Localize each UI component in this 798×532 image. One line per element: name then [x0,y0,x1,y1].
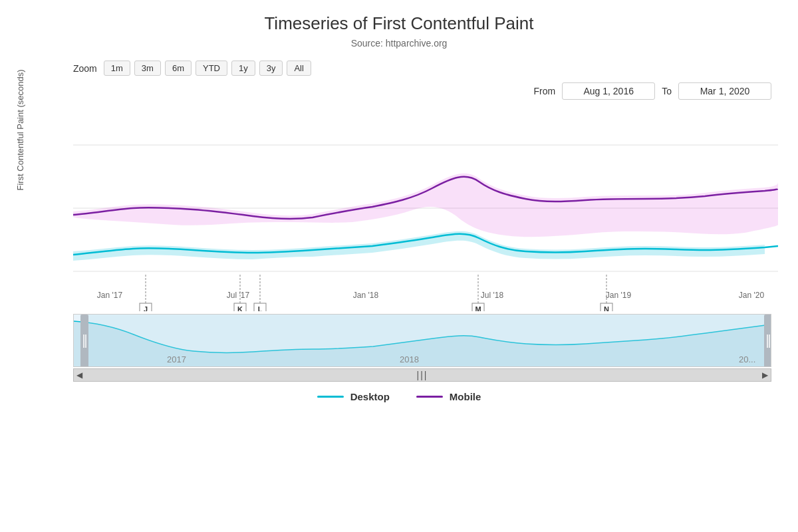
svg-text:J: J [144,305,148,311]
zoom-1y[interactable]: 1y [231,61,255,76]
legend-desktop: Desktop [317,391,390,402]
mobile-legend-line [416,396,443,398]
zoom-label: Zoom [73,63,97,74]
scroll-left-arrow[interactable]: ◀ [76,370,82,380]
date-range-row: From To [7,82,791,100]
svg-text:Jan '19: Jan '19 [606,291,632,300]
svg-text:20...: 20... [739,354,755,364]
mobile-legend-label: Mobile [450,391,481,402]
mobile-fill-area [73,174,778,237]
chart-title: Timeseries of First Contentful Paint [7,13,791,34]
from-date-input[interactable] [562,82,655,100]
svg-text:K: K [237,305,243,311]
svg-text:2018: 2018 [400,354,419,364]
zoom-1m[interactable]: 1m [104,61,130,76]
navigator[interactable]: 2017 2018 20... [73,314,771,367]
svg-text:Jul '17: Jul '17 [227,291,250,300]
svg-rect-28 [80,315,88,367]
desktop-legend-line [317,396,344,398]
svg-text:Jan '20: Jan '20 [739,291,765,300]
scrollbar[interactable]: ◀ ||| ▶ [73,368,771,382]
legend: Desktop Mobile [7,391,791,402]
zoom-3m[interactable]: 3m [134,61,161,76]
scroll-handle[interactable]: ||| [417,370,428,380]
from-label: From [534,86,556,96]
main-chart: 10 5 0 Jan '17 Jul '17 Jan '18 Jul '18 J… [73,105,771,314]
chart-subtitle: Source: httparchive.org [7,38,791,49]
to-date-input[interactable] [678,82,771,100]
svg-text:L: L [258,305,263,311]
zoom-controls: Zoom 1m 3m 6m YTD 1y 3y All [7,61,791,76]
zoom-3y[interactable]: 3y [259,61,283,76]
desktop-legend-label: Desktop [350,391,390,402]
svg-text:Jul '18: Jul '18 [481,291,504,300]
zoom-ytd[interactable]: YTD [196,61,227,76]
to-label: To [662,86,672,96]
chart-container: Timeseries of First Contentful Paint Sou… [0,0,798,532]
svg-text:Jan '17: Jan '17 [97,291,123,300]
svg-text:M: M [475,305,481,311]
zoom-6m[interactable]: 6m [165,61,192,76]
zoom-all[interactable]: All [287,61,311,76]
svg-text:2017: 2017 [167,354,186,364]
y-axis-label: First Contentful Paint (seconds) [15,64,25,197]
navigator-svg: 2017 2018 20... [74,315,771,367]
svg-text:N: N [604,305,609,311]
svg-text:Jan '18: Jan '18 [353,291,379,300]
legend-mobile: Mobile [416,391,481,402]
chart-svg: 10 5 0 Jan '17 Jul '17 Jan '18 Jul '18 J… [73,105,778,311]
scroll-right-arrow[interactable]: ▶ [762,370,768,380]
desktop-fill-area [73,231,765,261]
